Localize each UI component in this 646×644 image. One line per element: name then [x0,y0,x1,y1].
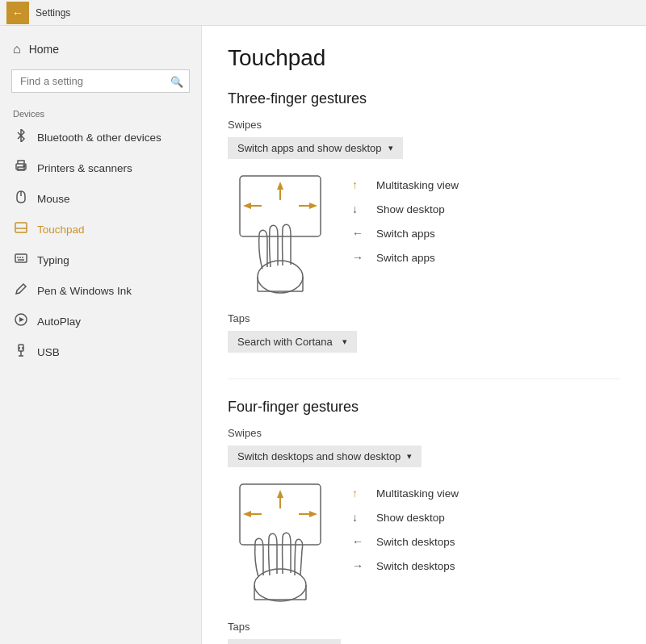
titlebar-title: Settings [36,7,70,19]
arrow-down-icon: ↓ [352,511,368,524]
swipes-value-4: Switch desktops and show desktop [237,450,401,462]
sidebar-item-label: Typing [37,254,69,266]
page-title: Touchpad [228,45,620,71]
gesture-option: ↓ Show desktop [352,511,459,524]
arrow-up-icon: ↑ [352,178,368,191]
three-finger-section: Three-finger gestures Swipes Switch apps… [228,90,620,353]
svg-marker-20 [277,182,283,190]
svg-marker-33 [309,511,317,517]
three-finger-title: Three-finger gestures [228,90,620,107]
taps-dropdown-3[interactable]: Search with Cortana ▾ [228,331,357,353]
svg-rect-1 [18,167,24,170]
sidebar-item-printers[interactable]: Printers & scanners [0,153,201,183]
pen-icon [13,282,29,299]
sidebar-item-bluetooth[interactable]: Bluetooth & other devices [0,122,201,153]
gesture-option-label: Multitasking view [376,487,459,500]
gesture-option: ↓ Show desktop [352,203,459,215]
chevron-down-icon: ▾ [342,337,347,347]
svg-marker-24 [309,203,317,209]
sidebar: ⌂ Home 🔍 Devices Bluetooth & other devic… [0,26,202,644]
gesture-option-label: Switch apps [376,252,435,264]
svg-marker-31 [243,511,251,517]
gesture-option: ← Switch apps [352,227,459,240]
usb-icon [13,344,29,360]
arrow-left-icon: ← [352,535,368,548]
four-finger-options: ↑ Multitasking view ↓ Show desktop ← Swi… [352,480,459,572]
svg-marker-12 [19,317,24,322]
gesture-option: ← Switch desktops [352,535,459,548]
arrow-right-icon: → [352,251,368,264]
gesture-option-label: Multitasking view [376,179,459,191]
sidebar-item-touchpad[interactable]: Touchpad [0,214,201,245]
back-button[interactable]: ← [6,2,29,24]
home-icon: ⌂ [13,42,21,56]
svg-point-2 [23,165,25,167]
svg-point-34 [254,569,306,601]
search-input[interactable] [11,69,190,93]
swipes-dropdown-3[interactable]: Switch apps and show desktop ▾ [228,137,403,159]
sidebar-item-pen[interactable]: Pen & Windows Ink [0,275,201,306]
gesture-option-label: Show desktop [376,203,445,215]
svg-rect-4 [15,223,27,232]
search-icon: 🔍 [170,75,183,87]
sidebar-item-mouse[interactable]: Mouse [0,183,201,214]
four-finger-title: Four-finger gestures [228,399,620,416]
gesture-option: ↑ Multitasking view [352,487,459,500]
printer-icon [13,160,29,176]
three-finger-illustration [228,172,333,299]
four-finger-svg [228,480,333,605]
sidebar-item-label: Pen & Windows Ink [37,285,132,297]
touchpad-icon [13,221,29,237]
bluetooth-icon [13,129,29,145]
four-finger-gesture-content: ↑ Multitasking view ↓ Show desktop ← Swi… [228,480,620,608]
sidebar-item-typing[interactable]: Typing [0,245,201,275]
sidebar-item-label: Touchpad [37,224,85,236]
gesture-option-label: Switch desktops [376,560,455,572]
chevron-down-icon: ▾ [407,451,412,462]
arrow-right-icon: → [352,559,368,572]
swipes-value-3: Switch apps and show desktop [237,142,382,154]
four-finger-section: Four-finger gestures Swipes Switch deskt… [228,399,620,644]
svg-point-25 [258,261,303,293]
taps-label-3: Taps [228,312,620,324]
search-box: 🔍 [11,69,190,93]
titlebar: ← Settings [0,0,646,26]
svg-marker-29 [277,490,283,498]
gesture-option-label: Switch desktops [376,536,455,548]
gesture-option: ↑ Multitasking view [352,178,459,191]
section-divider [228,378,620,379]
main-content: Touchpad Three-finger gestures Swipes Sw… [202,26,646,644]
gesture-option: → Switch apps [352,251,459,264]
sidebar-item-label: Printers & scanners [37,162,132,174]
taps-dropdown-4[interactable]: Action Center ▾ [228,639,341,644]
sidebar-item-home[interactable]: ⌂ Home [0,36,201,63]
four-finger-illustration [228,480,333,608]
mouse-icon [13,190,29,207]
gesture-option-label: Show desktop [376,512,445,524]
three-finger-svg [228,172,333,297]
sidebar-item-autoplay[interactable]: AutoPlay [0,306,201,337]
app-container: ⌂ Home 🔍 Devices Bluetooth & other devic… [0,0,646,644]
sidebar-item-label: AutoPlay [37,316,81,328]
sidebar-item-usb[interactable]: USB [0,337,201,367]
home-label: Home [29,43,59,56]
chevron-down-icon: ▾ [388,143,393,153]
sidebar-item-label: Mouse [37,193,70,205]
sidebar-item-label: Bluetooth & other devices [37,132,162,144]
autoplay-icon [13,313,29,329]
taps-value-3: Search with Cortana [237,336,333,348]
swipes-label-4: Swipes [228,427,620,439]
three-finger-options: ↑ Multitasking view ↓ Show desktop ← Swi… [352,172,459,264]
arrow-left-icon: ← [352,227,368,240]
arrow-down-icon: ↓ [352,203,368,215]
taps-label-4: Taps [228,621,620,633]
gesture-option-label: Switch apps [376,228,435,240]
swipes-dropdown-4[interactable]: Switch desktops and show desktop ▾ [228,445,422,467]
arrow-up-icon: ↑ [352,487,368,500]
swipes-label-3: Swipes [228,119,620,131]
three-finger-gesture-content: ↑ Multitasking view ↓ Show desktop ← Swi… [228,172,620,299]
sidebar-section-label: Devices [0,99,201,122]
sidebar-item-label: USB [37,346,60,358]
svg-rect-6 [15,254,27,262]
typing-icon [13,252,29,268]
